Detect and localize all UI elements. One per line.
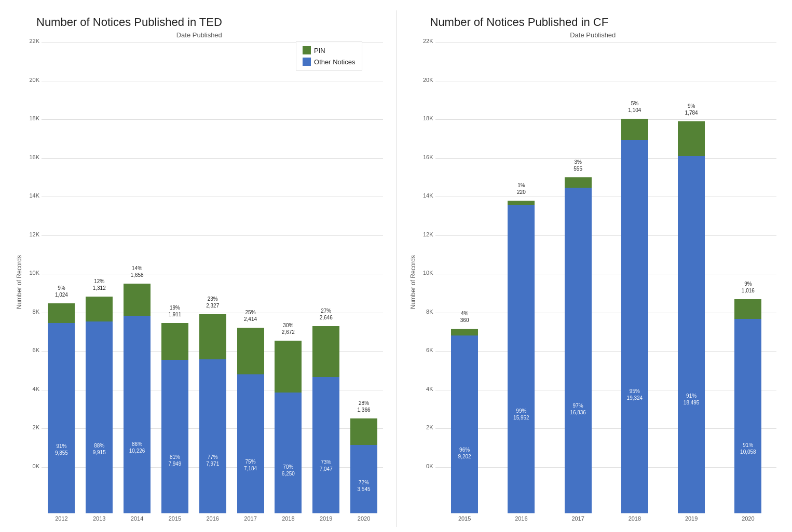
cf-chart-inner: 0K2K4K6K8K10K12K14K16K18K20K22K96%9,2024… bbox=[419, 42, 777, 522]
cf-chart-panel: Number of Notices Published in CF Date P… bbox=[399, 10, 787, 527]
bar-blue-label: 96%9,202 bbox=[451, 446, 478, 460]
ted-chart-area: Number of Records 0K2K4K6K8K10K12K14K16K… bbox=[16, 42, 383, 522]
bar-segment-blue: 91%10,058 bbox=[734, 319, 761, 513]
bar-group: 73%7,04727%2,646 bbox=[312, 42, 339, 513]
bar-stack: 88%9,91512%1,312 bbox=[86, 297, 113, 513]
ted-y-axis-label: Number of Records bbox=[16, 42, 23, 522]
bar-blue-label: 91%18,495 bbox=[678, 393, 705, 406]
bar-blue-label: 88%9,915 bbox=[86, 442, 113, 456]
y-tick: 2K bbox=[25, 424, 39, 430]
x-tick: 2013 bbox=[86, 515, 113, 522]
ted-x-axis: 201220132014201520162017201820192020 bbox=[25, 515, 383, 522]
legend-other: Other Notices bbox=[303, 58, 355, 66]
bar-stack: 77%7,97123%2,327 bbox=[199, 314, 226, 513]
y-tick: 18K bbox=[419, 115, 433, 121]
bar-stack: 75%7,18425%2,414 bbox=[237, 328, 264, 513]
x-tick: 2017 bbox=[237, 515, 264, 522]
bar-segment-blue: 77%7,971 bbox=[199, 359, 226, 513]
cf-chart-grid: 0K2K4K6K8K10K12K14K16K18K20K22K96%9,2024… bbox=[419, 42, 777, 513]
bar-segment-green: 19%1,911 bbox=[161, 323, 188, 360]
y-tick: 22K bbox=[25, 38, 39, 44]
bar-green-label: 14%1,658 bbox=[119, 265, 155, 278]
y-tick: 6K bbox=[25, 347, 39, 353]
bar-group: 97%16,8363%555 bbox=[565, 42, 592, 513]
x-tick: 2016 bbox=[508, 515, 535, 522]
y-tick: 0K bbox=[419, 463, 433, 469]
bar-blue-label: 75%7,184 bbox=[237, 458, 264, 472]
legend-other-label: Other Notices bbox=[314, 58, 355, 66]
bar-segment-blue: 86%10,226 bbox=[124, 316, 151, 513]
y-tick: 8K bbox=[25, 309, 39, 315]
bar-stack: 91%18,4959%1,784 bbox=[678, 121, 705, 513]
bar-group: 91%18,4959%1,784 bbox=[678, 42, 705, 513]
bar-stack: 73%7,04727%2,646 bbox=[312, 326, 339, 513]
bar-green-label: 3%555 bbox=[560, 159, 596, 172]
bar-green-label: 9%1,024 bbox=[43, 285, 79, 298]
bar-green-label: 4%360 bbox=[446, 310, 483, 324]
x-tick: 2018 bbox=[275, 515, 302, 522]
bar-blue-label: 81%7,949 bbox=[161, 454, 188, 467]
cf-chart-subtitle: Date Published bbox=[409, 31, 777, 39]
x-tick: 2018 bbox=[621, 515, 648, 522]
bar-segment-green: 12%1,312 bbox=[86, 297, 113, 322]
bar-stack: 86%10,22614%1,658 bbox=[124, 284, 151, 513]
bar-green-label: 19%1,911 bbox=[157, 304, 193, 318]
bar-segment-blue: 97%16,836 bbox=[565, 188, 592, 513]
bar-group: 91%9,8559%1,024 bbox=[48, 42, 75, 513]
bar-stack: 70%6,25030%2,672 bbox=[275, 341, 302, 513]
bar-stack: 81%7,94919%1,911 bbox=[161, 323, 188, 513]
bar-green-label: 28%1,366 bbox=[346, 400, 382, 413]
bar-group: 88%9,91512%1,312 bbox=[86, 42, 113, 513]
bar-green-label: 1%220 bbox=[503, 182, 539, 195]
bar-segment-green: 9%1,784 bbox=[678, 121, 705, 156]
bar-stack: 91%10,0589%1,016 bbox=[734, 299, 761, 513]
y-tick: 14K bbox=[25, 192, 39, 199]
x-tick: 2015 bbox=[161, 515, 188, 522]
bar-green-label: 12%1,312 bbox=[81, 278, 117, 291]
bar-green-label: 25%2,414 bbox=[233, 309, 269, 323]
bar-blue-label: 77%7,971 bbox=[199, 454, 226, 467]
bar-segment-green: 14%1,658 bbox=[124, 284, 151, 316]
legend-pin-color bbox=[303, 46, 311, 54]
bar-segment-blue: 95%19,324 bbox=[621, 140, 648, 513]
bar-green-label: 9%1,784 bbox=[673, 103, 709, 116]
bar-segment-blue: 91%9,855 bbox=[48, 323, 75, 513]
bar-segment-blue: 75%7,184 bbox=[237, 374, 264, 513]
bar-group: 99%15,9521%220 bbox=[508, 42, 535, 513]
ted-legend: PIN Other Notices bbox=[296, 41, 362, 71]
x-tick: 2012 bbox=[48, 515, 75, 522]
bar-blue-label: 99%15,952 bbox=[508, 408, 535, 421]
legend-pin-label: PIN bbox=[314, 47, 325, 54]
x-tick: 2014 bbox=[124, 515, 151, 522]
legend-other-color bbox=[303, 58, 311, 66]
bar-group: 70%6,25030%2,672 bbox=[275, 42, 302, 513]
bar-group: 75%7,18425%2,414 bbox=[237, 42, 264, 513]
ted-chart-panel: Number of Notices Published in TED Date … bbox=[5, 10, 393, 527]
y-tick: 18K bbox=[25, 115, 39, 121]
bar-green-label: 9%1,016 bbox=[730, 281, 766, 294]
bar-stack: 95%19,3245%1,104 bbox=[621, 119, 648, 513]
x-tick: 2017 bbox=[565, 515, 592, 522]
bar-green-label: 23%2,327 bbox=[195, 296, 231, 309]
bar-group: 96%9,2024%360 bbox=[451, 42, 478, 513]
y-tick: 6K bbox=[419, 347, 433, 353]
y-tick: 10K bbox=[25, 270, 39, 276]
bar-segment-green: 1%220 bbox=[508, 201, 535, 205]
x-tick: 2016 bbox=[199, 515, 226, 522]
bar-segment-blue: 91%18,495 bbox=[678, 156, 705, 513]
bar-segment-blue: 96%9,202 bbox=[451, 335, 478, 513]
y-tick: 20K bbox=[419, 77, 433, 83]
bar-blue-label: 97%16,836 bbox=[565, 402, 592, 416]
bar-stack: 99%15,9521%220 bbox=[508, 201, 535, 513]
bar-blue-label: 72%3,545 bbox=[350, 479, 377, 493]
bar-segment-blue: 70%6,250 bbox=[275, 393, 302, 513]
y-tick: 2K bbox=[419, 424, 433, 430]
cf-y-axis-label: Number of Records bbox=[409, 42, 417, 522]
bar-stack: 72%3,54528%1,366 bbox=[350, 418, 377, 513]
y-tick: 22K bbox=[419, 38, 433, 44]
bar-group: 77%7,97123%2,327 bbox=[199, 42, 226, 513]
bar-segment-green: 28%1,366 bbox=[350, 418, 377, 445]
bar-segment-green: 9%1,024 bbox=[48, 303, 75, 323]
charts-container: Number of Notices Published in TED Date … bbox=[0, 0, 792, 532]
bar-green-label: 30%2,672 bbox=[270, 322, 306, 335]
